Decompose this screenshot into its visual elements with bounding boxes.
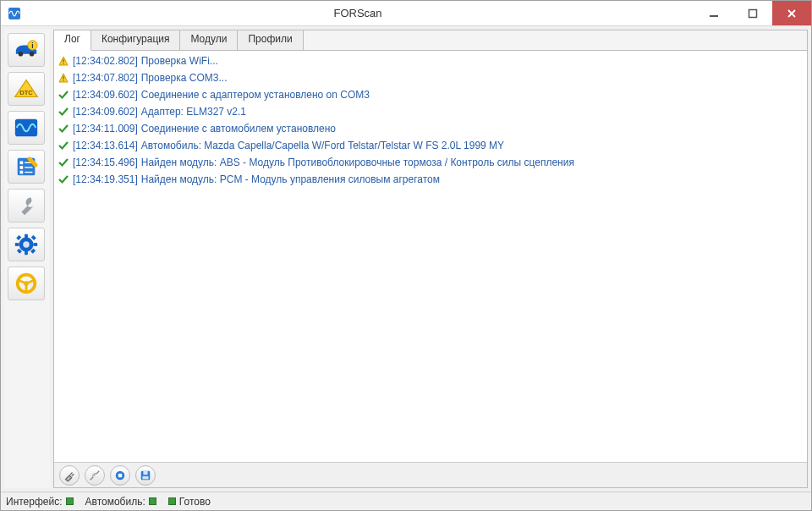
main-panel: Лог Конфигурация Модули Профили [12:34:0… — [53, 30, 808, 488]
svg-point-5 — [19, 52, 24, 57]
tab-profiles[interactable]: Профили — [238, 30, 303, 50]
tab-log[interactable]: Лог — [54, 30, 91, 51]
log-text: Найден модуль: ABS - Модуль Противоблоки… — [141, 154, 574, 171]
log-text: Соединение с адаптером установлено on CO… — [141, 86, 370, 103]
svg-rect-35 — [63, 59, 63, 63]
check-icon — [58, 140, 69, 151]
log-line: [12:34:15.496] Найден модуль: ABS - Моду… — [58, 154, 804, 171]
connect-button[interactable] — [59, 465, 80, 486]
log-line: [12:34:09.602] Адаптер: ELM327 v2.1 — [58, 103, 804, 120]
log-timestamp: [12:34:11.009] — [73, 120, 138, 137]
settings-button[interactable] — [8, 228, 45, 261]
client-area: i DTC — [1, 26, 811, 492]
window-buttons — [694, 1, 811, 25]
log-timestamp: [12:34:09.602] — [73, 103, 138, 120]
log-line: [12:34:02.802] Проверка WiFi... — [58, 52, 804, 69]
svg-rect-42 — [118, 473, 122, 476]
unplug-icon — [89, 470, 101, 481]
check-icon — [58, 157, 69, 168]
titlebar: FORScan — [1, 1, 811, 26]
steering-button[interactable] — [8, 266, 45, 300]
oscilloscope-button[interactable] — [8, 111, 45, 145]
log-timestamp: [12:34:13.614] — [73, 137, 138, 154]
svg-line-32 — [26, 280, 34, 283]
tab-configuration[interactable]: Конфигурация — [91, 30, 181, 50]
car-info-icon: i — [14, 38, 39, 62]
close-button[interactable] — [772, 1, 811, 25]
svg-line-31 — [19, 280, 26, 283]
tab-bar: Лог Конфигурация Модули Профили — [54, 30, 807, 51]
service-button[interactable] — [8, 189, 45, 223]
close-icon — [787, 8, 797, 19]
status-interface-label: Интерфейс: — [6, 496, 63, 508]
warning-icon — [58, 56, 69, 66]
window-title: FORScan — [21, 7, 694, 19]
gear-icon — [14, 233, 39, 256]
svg-rect-39 — [63, 80, 63, 81]
stop-button[interactable] — [110, 465, 130, 486]
log-timestamp: [12:34:02.802] — [73, 52, 138, 69]
save-icon — [140, 470, 151, 481]
svg-point-6 — [30, 52, 35, 57]
log-line: [12:34:13.614] Автомобиль: Mazda Capella… — [58, 137, 804, 154]
svg-rect-14 — [20, 166, 24, 169]
svg-rect-13 — [20, 161, 24, 164]
svg-rect-20 — [25, 234, 28, 239]
status-interface: Интерфейс: — [6, 496, 80, 508]
status-vehicle-label: Автомобиль: — [85, 496, 145, 508]
tab-modules[interactable]: Модули — [180, 30, 238, 50]
disconnect-button[interactable] — [85, 465, 105, 486]
tests-button[interactable] — [8, 150, 45, 184]
minimize-button[interactable] — [694, 1, 733, 25]
steering-wheel-icon — [14, 272, 39, 295]
log-line: [12:34:19.351] Найден модуль: PCM - Моду… — [58, 171, 804, 188]
bottom-toolbar — [54, 462, 807, 487]
svg-rect-36 — [63, 63, 63, 64]
log-text: Проверка WiFi... — [141, 52, 218, 69]
log-line: [12:34:11.009] Соединение с автомобилем … — [58, 120, 804, 137]
maximize-icon — [748, 8, 758, 19]
svg-rect-2 — [749, 9, 757, 17]
status-ready-label: Готово — [179, 496, 211, 508]
check-icon — [58, 124, 69, 134]
status-bar: Интерфейс: Автомобиль: Готово — [1, 492, 811, 510]
log-line: [12:34:09.602] Соединение с адаптером ус… — [58, 86, 804, 103]
log-line: [12:34:07.802] Проверка COM3... — [58, 69, 804, 86]
status-vehicle: Автомобиль: — [85, 496, 163, 508]
vehicle-info-button[interactable]: i — [8, 33, 45, 67]
svg-rect-24 — [16, 235, 21, 240]
svg-rect-21 — [25, 251, 28, 256]
status-led-icon — [168, 497, 176, 505]
svg-rect-15 — [20, 171, 24, 174]
oscilloscope-app-icon — [8, 7, 21, 20]
check-icon — [58, 107, 69, 117]
svg-rect-22 — [15, 243, 19, 246]
checklist-icon — [14, 155, 39, 179]
log-timestamp: [12:34:07.802] — [73, 69, 138, 86]
app-window: FORScan i — [0, 0, 812, 511]
check-icon — [58, 90, 69, 100]
check-icon — [58, 174, 69, 184]
wrench-icon — [14, 194, 39, 217]
svg-rect-45 — [143, 475, 149, 479]
svg-rect-0 — [8, 8, 20, 19]
dtc-button[interactable]: DTC — [8, 72, 45, 106]
maximize-button[interactable] — [733, 1, 772, 25]
log-timestamp: [12:34:19.351] — [73, 171, 138, 188]
log-text: Адаптер: ELM327 v2.1 — [141, 103, 246, 120]
log-area[interactable]: [12:34:02.802] Проверка WiFi...[12:34:07… — [54, 51, 807, 462]
log-text: Автомобиль: Mazda Capella/Capella W/Ford… — [141, 137, 504, 154]
side-toolbar: i DTC — [4, 30, 50, 488]
log-text: Соединение с автомобилем установлено — [141, 120, 336, 137]
svg-rect-44 — [143, 470, 147, 474]
warning-icon — [58, 73, 69, 83]
log-text: Найден модуль: PCM - Модуль управления с… — [141, 171, 440, 188]
plug-icon — [63, 470, 75, 481]
oscilloscope-icon — [14, 116, 39, 140]
save-button[interactable] — [135, 465, 156, 486]
svg-point-28 — [23, 241, 30, 248]
stop-icon — [114, 470, 126, 481]
svg-rect-23 — [33, 243, 37, 246]
svg-text:DTC: DTC — [19, 89, 33, 96]
dtc-icon: DTC — [14, 77, 39, 101]
